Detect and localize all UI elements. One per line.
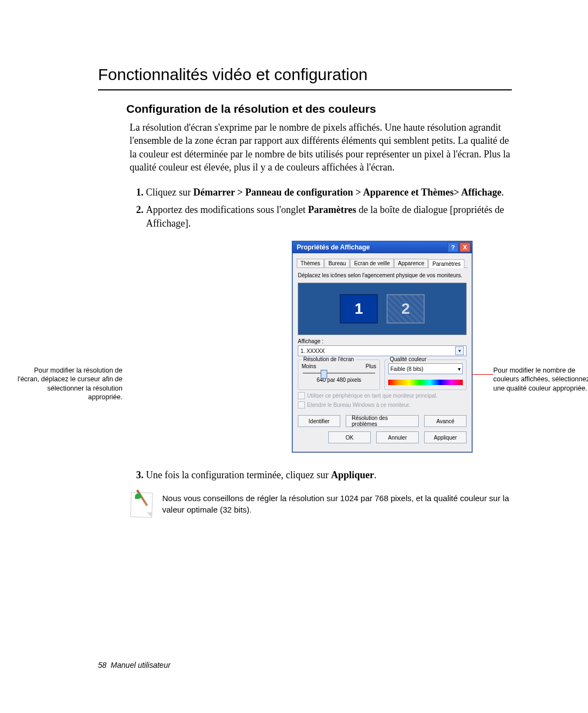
tab-screensaver[interactable]: Ecran de veille [350,259,394,267]
chevron-down-icon[interactable]: ▾ [455,346,464,355]
slider-thumb[interactable] [321,370,327,379]
res-max: Plus [366,363,376,369]
dialog-titlebar: Propriétés de Affichage ? X [292,241,472,253]
advanced-button[interactable]: Avancé [424,415,467,427]
step-3: Une fois la configuration terminée, cliq… [146,468,512,482]
monitor-1[interactable]: 1 [340,294,378,324]
resolution-value: 640 par 480 pixels [302,377,376,383]
monitor-preview[interactable]: 1 2 [298,283,467,335]
monitor-instruction: Déplacez les icônes selon l'agencement p… [298,272,467,278]
step-1: Cliquez sur Démarrer > Panneau de config… [146,186,512,199]
step3-bold: Appliquer [331,470,374,480]
extend-desktop-label: Etendre le Bureau Windows à ce moniteur. [307,402,411,408]
monitor-2[interactable]: 2 [387,294,425,324]
page-footer: 58 Manuel utilisateur [98,661,170,669]
tab-appearance[interactable]: Apparence [394,259,428,267]
page-number: 58 [98,661,107,669]
display-combo[interactable]: 1. XXXXX ▾ [298,345,467,356]
step2-prefix: Apportez des modifications sous l'onglet [146,204,308,215]
color-fieldset: Qualité couleur Faible (8 bits) ▾ [384,359,467,390]
primary-monitor-label: Utiliser ce périphérique en tant que mon… [307,393,438,399]
note-text: Nous vous conseillons de régler la résol… [162,492,512,517]
footer-label: Manuel utilisateur [111,661,170,669]
color-combo[interactable]: Faible (8 bits) ▾ [388,363,463,374]
callout-resolution: Pour modifier la résolution de l'écran, … [14,366,122,401]
primary-monitor-checkbox[interactable] [298,392,305,399]
color-spectrum [388,380,463,385]
troubleshoot-button[interactable]: Résolution des problèmes [346,415,419,427]
resolution-legend: Résolution de l'écran [302,356,356,362]
apply-button[interactable]: Appliquer [424,431,467,443]
close-button[interactable]: X [460,242,470,252]
step1-bold: Démarrer > Panneau de configuration > Ap… [193,187,501,198]
section-title: Configuration de la résolution et des co… [126,102,512,115]
step1-prefix: Cliquez sur [146,187,193,198]
step2-bold: Paramètres [308,204,357,215]
display-properties-dialog: Propriétés de Affichage ? X Thèmes Burea… [292,241,473,453]
color-legend: Qualité couleur [388,356,428,362]
intro-paragraph: La résolution d'écran s'exprime par le n… [130,121,512,174]
dialog-title: Propriétés de Affichage [297,243,446,251]
color-value: Faible (8 bits) [390,366,424,372]
step1-suffix: . [501,187,504,198]
display-label: Affichage : [298,338,467,344]
extend-desktop-checkbox[interactable] [298,401,305,409]
resolution-fieldset: Résolution de l'écran Moins Plus 640 par… [298,359,380,390]
res-min: Moins [302,363,316,369]
step3-suffix: . [374,470,377,480]
cancel-button[interactable]: Annuler [376,431,419,443]
primary-monitor-checkbox-row: Utiliser ce périphérique en tant que mon… [298,392,467,399]
tab-themes[interactable]: Thèmes [297,259,324,267]
resolution-slider[interactable] [303,373,375,374]
tab-settings[interactable]: Paramètres [428,259,464,268]
chevron-down-icon[interactable]: ▾ [458,366,461,372]
chapter-title: Fonctionnalités vidéo et configuration [98,65,512,84]
help-button[interactable]: ? [448,242,458,252]
callout-color: Pour modifier le nombre de couleurs affi… [493,366,588,393]
dialog-tabs: Thèmes Bureau Ecran de veille Apparence … [297,259,468,268]
chapter-rule [98,89,512,90]
step-2: Apportez des modifications sous l'onglet… [146,203,512,230]
note-icon [131,492,152,517]
identify-button[interactable]: Identifier [298,415,340,427]
display-value: 1. XXXXX [301,348,324,354]
step3-prefix: Une fois la configuration terminée, cliq… [146,470,331,480]
tab-bureau[interactable]: Bureau [324,259,350,267]
ok-button[interactable]: OK [328,431,371,443]
extend-desktop-checkbox-row: Etendre le Bureau Windows à ce moniteur. [298,401,467,409]
